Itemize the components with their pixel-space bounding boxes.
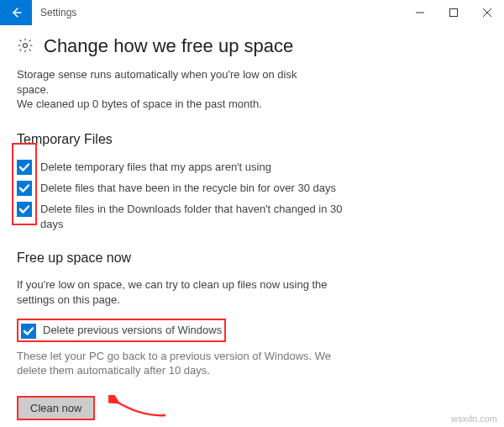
page-title: Change how we free up space (44, 35, 293, 57)
content-area: Change how we free up space Storage sens… (0, 25, 504, 421)
storage-summary: Storage sense runs automatically when yo… (17, 67, 328, 112)
maximize-button[interactable] (437, 0, 470, 25)
option-label: Delete previous versions of Windows (43, 322, 222, 338)
temporary-files-heading: Temporary Files (17, 132, 487, 147)
option-delete-downloads[interactable]: Delete files in the Downloads folder tha… (17, 201, 353, 232)
gear-icon (17, 37, 34, 56)
free-up-space-section: Free up space now If you're low on space… (17, 250, 487, 420)
checkbox-checked-icon (17, 181, 32, 196)
free-up-description: If you're low on space, we can try to cl… (17, 277, 328, 307)
checkbox-checked-icon (21, 324, 36, 339)
minimize-icon (416, 8, 424, 17)
page-header: Change how we free up space (17, 35, 487, 57)
annotation-arrow-icon (108, 395, 167, 421)
checkbox-checked-icon (17, 160, 32, 175)
svg-point-1 (24, 43, 28, 47)
svg-rect-0 (450, 9, 458, 17)
summary-line-1: Storage sense runs automatically when yo… (17, 68, 297, 96)
free-up-heading: Free up space now (17, 250, 487, 266)
summary-line-2: We cleaned up 0 bytes of space in the pa… (17, 98, 262, 110)
clean-now-button[interactable]: Clean now (17, 396, 95, 420)
close-icon (483, 8, 491, 17)
close-button[interactable] (470, 0, 504, 25)
window-controls (403, 0, 504, 25)
arrow-left-icon (9, 6, 23, 19)
option-delete-recycle-bin[interactable]: Delete files that have been in the recyc… (17, 180, 353, 196)
checkbox-checked-icon (17, 202, 32, 217)
previous-windows-note: These let your PC go back to a previous … (17, 349, 353, 378)
option-delete-temp-files[interactable]: Delete temporary files that my apps aren… (17, 159, 353, 175)
watermark: wsxdn.com (451, 414, 497, 424)
window-title: Settings (32, 0, 403, 25)
button-row: Clean now (17, 395, 487, 421)
option-label: Delete files in the Downloads folder tha… (40, 201, 353, 232)
option-delete-previous-windows[interactable]: Delete previous versions of Windows (17, 319, 226, 341)
option-label: Delete temporary files that my apps aren… (40, 159, 271, 175)
minimize-button[interactable] (403, 0, 437, 25)
back-button[interactable] (0, 0, 32, 25)
maximize-icon (449, 8, 458, 17)
titlebar: Settings (0, 0, 504, 25)
option-label: Delete files that have been in the recyc… (40, 180, 336, 196)
